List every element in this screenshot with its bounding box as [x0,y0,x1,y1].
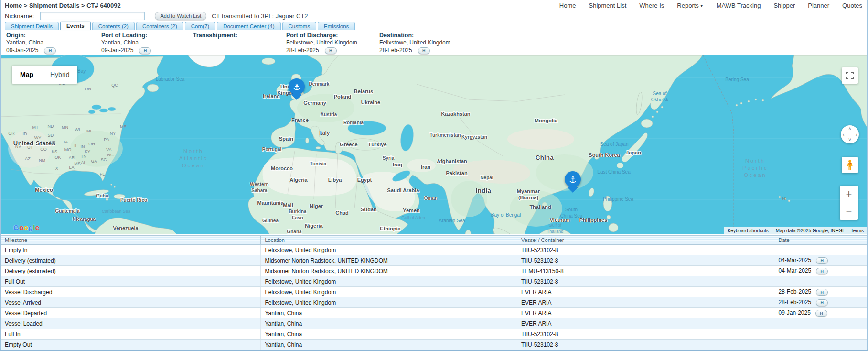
map-type-map[interactable]: Map [12,66,42,84]
location-cell: Yantian, China [261,340,517,350]
history-button[interactable]: H [816,257,828,264]
date-cell: 28-Feb-2025H [774,297,867,308]
location-cell: Midsomer Norton Radstock, UNITED KINGDOM [261,255,517,266]
history-button[interactable]: H [44,47,56,54]
nickname-input[interactable] [40,12,145,20]
street-view-pegman-button[interactable] [842,157,858,173]
pan-up-icon: ˄ [848,126,851,132]
add-to-watch-list-button[interactable]: Add to Watch List [155,12,206,20]
nav-link-quotes[interactable]: Quotes [842,2,862,9]
tab-customs[interactable]: Customs [282,22,316,30]
tab-events[interactable]: Events [60,22,91,30]
milestone-cell: Delivery (estimated) [1,266,261,276]
location-cell: Felixstowe, United Kingdom [261,297,517,308]
vessel-container-cell: EVER ARIA [517,318,774,329]
table-row-empty-in: Empty InFelixstowe, United KingdomTIIU-5… [1,245,867,255]
header-bar: Home > Shipment Details > CT# 640092 Hom… [1,0,867,10]
history-button[interactable]: H [418,47,430,54]
anchor-icon: ⚓ [565,171,581,187]
nav-link-shipment-list[interactable]: Shipment List [589,2,627,9]
nav-link-reports[interactable]: Reports▼ [677,2,703,9]
events-table-wrap: MilestoneLocationVessel / ContainerDate … [1,235,867,350]
history-button[interactable]: H [139,47,151,54]
date-cell [774,245,867,255]
main-nav: HomeShipment ListWhere IsReports▼MAWB Tr… [559,2,862,9]
location-cell: Felixstowe, United Kingdom [261,287,517,297]
tab-emissions[interactable]: Emissions [318,22,355,30]
info-date: 09-Jan-2025 [6,46,38,55]
logo-letter: g [29,223,33,231]
vessel-container-cell: TIIU-523102-8 [517,340,774,350]
pan-left-icon: ‹ [843,132,844,137]
map-type-control: MapHybrid [12,66,77,84]
vessel-container-cell: TIIU-523102-8 [517,245,774,255]
zoom-in-button[interactable]: + [840,186,858,203]
location-cell: Yantian, China [261,308,517,318]
vessel-container-cell: EVER ARIA [517,297,774,308]
milestone-cell: Full Out [1,276,261,287]
history-button[interactable]: H [816,268,828,274]
history-button[interactable]: H [816,299,828,306]
breadcrumb[interactable]: Home > Shipment Details > CT# 640092 [5,2,121,9]
events-table-header-row: MilestoneLocationVessel / ContainerDate [1,236,867,245]
pan-control[interactable]: ˄ ˅ ‹ › [841,125,859,143]
table-row-delivery-estimated: Delivery (estimated)Midsomer Norton Rads… [1,255,867,266]
column-header-vessel-container: Vessel / Container [517,236,774,245]
date-value: 09-Jan-2025 [778,309,810,316]
events-table: MilestoneLocationVessel / ContainerDate … [1,235,867,350]
column-header-milestone: Milestone [1,236,261,245]
tab-com-7[interactable]: Com(7) [185,22,215,30]
attribution-terms[interactable]: Terms [847,227,867,234]
ct-transmitted-text: CT transmitted to 3PL: Jaguar CT2 [212,12,308,20]
tab-containers-2[interactable]: Containers (2) [136,22,183,30]
info-date-row: 09-Jan-2025H [101,46,193,55]
info-label: Transshipment: [193,32,286,39]
table-row-full-in: Full InYantian, ChinaTIIU-523102-8 [1,329,867,340]
shipment-details-page: Home > Shipment Details > CT# 640092 Hom… [0,0,868,351]
map-type-hybrid[interactable]: Hybrid [42,66,77,84]
info-location [193,39,286,46]
info-col-destination: Destination:Felixstowe, United Kingdom28… [379,32,484,55]
table-row-vessel-departed: Vessel DepartedYantian, ChinaEVER ARIA09… [1,308,867,318]
vessel-container-cell: TEMU-413150-8 [517,266,774,276]
nav-link-mawb-tracking[interactable]: MAWB Tracking [717,2,761,9]
fullscreen-icon [846,72,854,79]
nickname-label: Nickname: [5,12,34,20]
tab-contents-2[interactable]: Contents (2) [92,22,135,30]
info-col-transshipment: Transshipment: [193,32,286,55]
history-button[interactable]: H [816,289,828,296]
table-row-vessel-arrived: Vessel ArrivedFelixstowe, United Kingdom… [1,297,867,308]
logo-letter: G [13,223,19,231]
info-col-port-of-discharge: Port of Discharge:Felixstowe, United Kin… [286,32,379,55]
info-date-row: 28-Feb-2025H [379,46,484,55]
history-button[interactable]: H [325,47,337,54]
zoom-out-button[interactable]: − [840,203,858,220]
history-button[interactable]: H [815,310,827,317]
nav-link-planner[interactable]: Planner [808,2,829,9]
anchor-marker-felixstowe[interactable]: ⚓ [289,78,305,95]
attribution-keyboard-shortcuts[interactable]: Keyboard shortcuts [724,227,772,234]
tab-document-center-4[interactable]: Document Center (4) [217,22,280,30]
info-location: Felixstowe, United Kingdom [379,39,484,46]
milestone-cell: Vessel Departed [1,308,261,318]
milestone-cell: Vessel Arrived [1,297,261,308]
date-value: 28-Feb-2025 [778,299,811,306]
date-value: 28-Feb-2025 [778,288,811,295]
info-label: Port of Loading: [101,32,193,39]
date-cell [774,276,867,287]
nav-link-shipper[interactable]: Shipper [773,2,795,9]
info-col-port-of-loading: Port of Loading:Yantian, China09-Jan-202… [101,32,193,55]
date-value: 04-Mar-2025 [778,267,811,274]
tab-shipment-details[interactable]: Shipment Details [5,22,59,30]
date-value: 04-Mar-2025 [778,257,811,263]
map[interactable]: MapHybrid ˄ ˅ ‹ › + − [1,55,867,234]
info-location: Felixstowe, United Kingdom [286,39,379,46]
nav-link-where-is[interactable]: Where Is [639,2,664,9]
date-cell [774,318,867,329]
fullscreen-button[interactable] [842,67,858,84]
zoom-control: + − [840,186,858,220]
info-date: 09-Jan-2025 [101,46,133,55]
google-logo[interactable]: Google [13,223,40,231]
anchor-marker-yantian[interactable]: ⚓ [565,171,581,187]
nav-link-home[interactable]: Home [559,2,576,9]
